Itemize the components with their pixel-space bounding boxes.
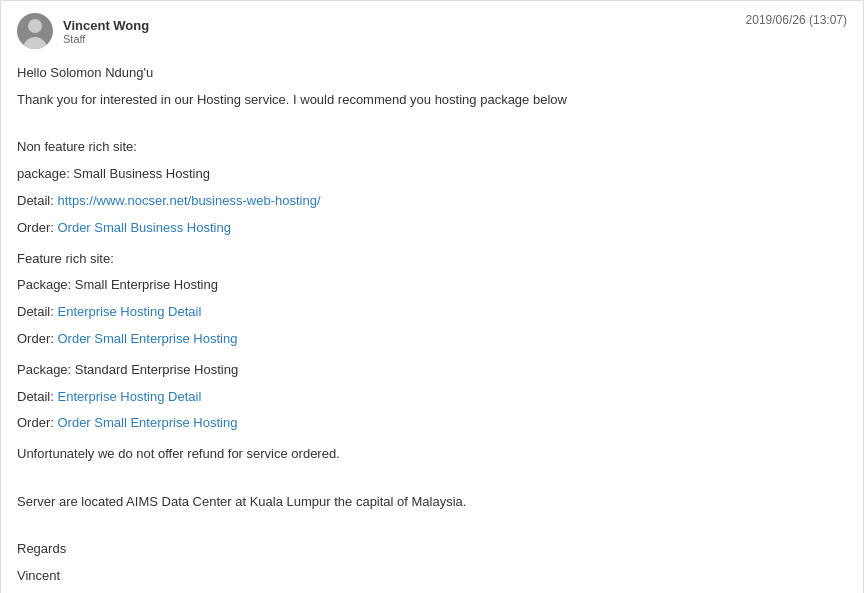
section-feature-rich: Feature rich site: Package: Small Enterp… xyxy=(17,249,847,350)
section1-package: package: Small Business Hosting xyxy=(17,164,847,185)
section2-detail-label: Detail: xyxy=(17,304,54,319)
section3-detail: Detail: Enterprise Hosting Detail xyxy=(17,387,847,408)
section2-order: Order: Order Small Enterprise Hosting xyxy=(17,329,847,350)
section1-detail-link[interactable]: https://www.nocser.net/business-web-host… xyxy=(57,193,320,208)
server-info: Server are located AIMS Data Center at K… xyxy=(17,492,847,513)
section3-order: Order: Order Small Enterprise Hosting xyxy=(17,413,847,434)
regards-line2: Vincent xyxy=(17,566,847,587)
avatar xyxy=(17,13,53,49)
section2-package: Package: Small Enterprise Hosting xyxy=(17,275,847,296)
greeting: Hello Solomon Ndung'u xyxy=(17,63,847,84)
regards-line1: Regards xyxy=(17,539,847,560)
message-header: Vincent Wong Staff 2019/06/26 (13:07) xyxy=(17,13,847,49)
section3-package: Package: Standard Enterprise Hosting xyxy=(17,360,847,381)
section2-order-link[interactable]: Order Small Enterprise Hosting xyxy=(57,331,237,346)
section1-detail-label: Detail: xyxy=(17,193,54,208)
section1-order-label: Order: xyxy=(17,220,54,235)
sender-details: Vincent Wong Staff xyxy=(63,18,149,45)
regards-section: Regards Vincent ModernOne Data Solutions… xyxy=(17,539,847,593)
sender-info: Vincent Wong Staff xyxy=(17,13,149,49)
section3-detail-label: Detail: xyxy=(17,389,54,404)
section2-label: Feature rich site: xyxy=(17,249,847,270)
section3-order-label: Order: xyxy=(17,415,54,430)
sender-name: Vincent Wong xyxy=(63,18,149,33)
message-body: Hello Solomon Ndung'u Thank you for inte… xyxy=(17,63,847,593)
section1-order: Order: Order Small Business Hosting xyxy=(17,218,847,239)
intro: Thank you for interested in our Hosting … xyxy=(17,90,847,111)
section2-order-label: Order: xyxy=(17,331,54,346)
section2-detail-link[interactable]: Enterprise Hosting Detail xyxy=(57,304,201,319)
section-standard-enterprise: Package: Standard Enterprise Hosting Det… xyxy=(17,360,847,434)
message-date: 2019/06/26 (13:07) xyxy=(746,13,847,27)
section1-order-link[interactable]: Order Small Business Hosting xyxy=(57,220,230,235)
sender-role: Staff xyxy=(63,33,149,45)
section3-order-link[interactable]: Order Small Enterprise Hosting xyxy=(57,415,237,430)
section3-detail-link[interactable]: Enterprise Hosting Detail xyxy=(57,389,201,404)
section-non-feature: Non feature rich site: package: Small Bu… xyxy=(17,137,847,238)
section1-detail: Detail: https://www.nocser.net/business-… xyxy=(17,191,847,212)
section1-label: Non feature rich site: xyxy=(17,137,847,158)
section2-detail: Detail: Enterprise Hosting Detail xyxy=(17,302,847,323)
message-container: Vincent Wong Staff 2019/06/26 (13:07) He… xyxy=(0,0,864,593)
refund-notice: Unfortunately we do not offer refund for… xyxy=(17,444,847,465)
